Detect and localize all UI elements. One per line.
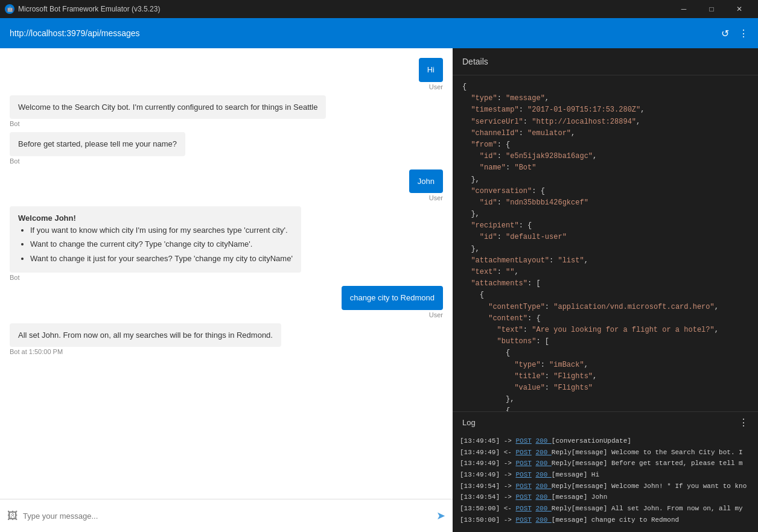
log-msg-4: [message] Hi [552,471,599,478]
header-menu-icon[interactable]: ⋮ [739,28,748,39]
log-status-6: 200 [535,493,551,501]
log-entry-4: [13:49:49] -> POST 200 [message] Hi [460,469,751,481]
chat-messages: Hi User Welcome to the Search City bot. … [0,48,453,499]
log-time-6: [13:49:54] [460,493,500,501]
log-method-2[interactable]: POST [515,449,531,456]
title-bar: 🤖 Microsoft Bot Framework Emulator (v3.5… [0,0,758,18]
log-msg-6: [message] John [552,493,607,501]
log-method-4[interactable]: POST [515,471,531,478]
message-hi: Hi User [10,58,443,90]
attachment-icon[interactable]: 🖼 [7,510,18,522]
log-header: Log ⋮ [453,412,758,433]
log-status-5: 200 [535,483,551,490]
log-dir-5: -> [504,483,516,490]
details-title: Details [453,48,758,75]
message-all-set: All set John. From now on, all my search… [10,323,443,356]
log-time-2: [13:49:49] [460,449,500,456]
log-msg-2: Reply[message] Welcome to the Search Cit… [552,449,743,456]
log-method-3[interactable]: POST [515,460,531,467]
window-controls: ─ □ ✕ [670,0,753,18]
log-entry-1: [13:49:45] -> POST 200 [conversationUpda… [460,435,751,447]
log-time-3: [13:49:49] [460,460,500,467]
log-method-5[interactable]: POST [515,483,531,490]
chat-header: http://localhost:3979/api/messages ↺ ⋮ [0,18,758,48]
log-dir-7: <- [504,505,516,512]
message-welcome: Welcome to the Search City bot. I'm curr… [10,95,443,128]
message-label-john: User [429,194,443,201]
log-status-3: 200 [535,460,551,467]
log-dir-3: -> [504,460,516,467]
message-bubble-welcome: Welcome to the Search City bot. I'm curr… [10,95,326,119]
log-method-1[interactable]: POST [515,437,531,445]
log-msg-1: [conversationUpdate] [552,437,631,445]
log-panel: Log ⋮ [13:49:45] -> POST 200 [conversati… [453,411,758,532]
log-title: Log [462,418,476,427]
close-button[interactable]: ✕ [725,0,753,18]
send-button[interactable]: ➤ [436,509,445,522]
message-bubble-change-city: change city to Redmond [342,286,443,310]
log-time-8: [13:50:00] [460,516,500,524]
log-dir-6: -> [504,493,516,501]
message-label-name-ask: Bot [10,157,20,165]
main-area: Hi User Welcome to the Search City bot. … [0,48,758,532]
message-input[interactable] [23,511,432,521]
message-bubble-welcome-john: Welcome John! If you want to know which … [10,206,301,273]
log-entry-8: [13:50:00] -> POST 200 [message] change … [460,515,751,526]
chat-input-area: 🖼 ➤ [0,499,453,532]
log-time-1: [13:49:45] [460,437,500,445]
log-entry-3: [13:49:49] -> POST 200 Reply[message] Be… [460,458,751,469]
message-label-welcome-john: Bot [10,274,20,281]
api-url: http://localhost:3979/api/messages [10,28,140,38]
log-msg-8: [message] change city to Redmond [552,516,679,524]
message-welcome-john: Welcome John! If you want to know which … [10,206,443,281]
log-dir-2: <- [504,449,516,456]
details-json: { "type": "message", "timestamp": "2017-… [453,75,758,411]
log-method-6[interactable]: POST [515,493,531,501]
log-content: [13:49:45] -> POST 200 [conversationUpda… [453,433,758,532]
message-name-ask: Before get started, please tell me your … [10,132,443,165]
log-method-8[interactable]: POST [515,516,531,524]
log-time-4: [13:49:49] [460,471,500,478]
log-entry-2: [13:49:49] <- POST 200 Reply[message] We… [460,447,751,458]
maximize-button[interactable]: □ [698,0,725,18]
refresh-icon[interactable]: ↺ [721,28,729,39]
log-status-1: 200 [535,437,551,445]
chat-panel: Hi User Welcome to the Search City bot. … [0,48,453,532]
message-bubble-all-set: All set John. From now on, all my search… [10,323,281,347]
app-title: Microsoft Bot Framework Emulator (v3.5.2… [18,5,160,13]
log-entry-6: [13:49:54] -> POST 200 [message] John [460,492,751,503]
log-msg-5: Reply[message] Welcome John! * If you wa… [552,483,747,490]
log-time-5: [13:49:54] [460,483,500,490]
header-controls: ↺ ⋮ [721,28,748,39]
log-dir-8: -> [504,516,516,524]
message-label-welcome: Bot [10,120,20,127]
minimize-button[interactable]: ─ [670,0,698,18]
message-label-change-city: User [429,311,443,318]
log-status-2: 200 [535,449,551,456]
details-panel: Details { "type": "message", "timestamp"… [453,48,758,532]
message-change-city: change city to Redmond User [10,286,443,318]
message-label-hi: User [429,83,443,90]
log-method-7[interactable]: POST [515,505,531,512]
log-status-8: 200 [535,516,551,524]
app-icon: 🤖 [5,4,14,14]
log-entry-5: [13:49:54] -> POST 200 Reply[message] We… [460,481,751,492]
log-dir-4: -> [504,471,516,478]
message-timestamp-all-set: Bot at 1:50:00 PM [10,348,63,355]
log-time-7: [13:50:00] [460,505,500,512]
log-status-4: 200 [535,471,551,478]
log-status-7: 200 [535,505,551,512]
message-john: John User [10,169,443,202]
log-msg-7: Reply[message] All set John. From now on… [552,505,743,512]
app-container: http://localhost:3979/api/messages ↺ ⋮ H… [0,18,758,532]
log-dir-1: -> [504,437,516,445]
message-bubble-hi: Hi [419,58,443,82]
log-entry-7: [13:50:00] <- POST 200 Reply[message] Al… [460,503,751,515]
message-bubble-name-ask: Before get started, please tell me your … [10,132,185,156]
message-bubble-john: John [409,169,443,194]
log-msg-3: Reply[message] Before get started, pleas… [552,460,743,467]
log-menu-icon[interactable]: ⋮ [739,417,748,428]
